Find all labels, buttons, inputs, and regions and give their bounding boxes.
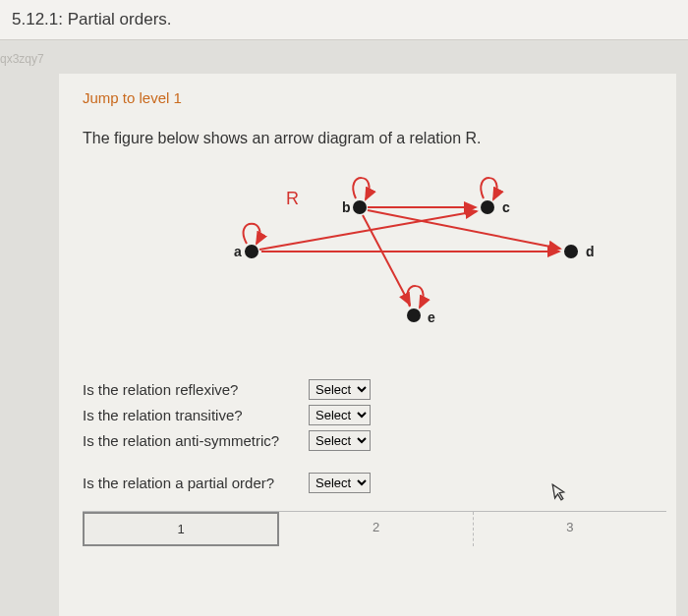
question-select-reflexive[interactable]: Select xyxy=(309,379,371,400)
node-e-label: e xyxy=(428,309,435,325)
progress-step-2[interactable]: 2 xyxy=(279,512,473,546)
progress-step-3[interactable]: 3 xyxy=(474,512,666,546)
figure-caption: The figure below shows an arrow diagram … xyxy=(83,130,666,147)
question-label: Is the relation anti-symmetric? xyxy=(83,432,309,449)
question-list: Is the relation reflexive? Select Is the… xyxy=(83,379,666,493)
self-loop-a xyxy=(244,224,260,244)
arrow-diagram: R a b c d e xyxy=(139,163,610,350)
progress-step-1[interactable]: 1 xyxy=(83,512,279,546)
node-c-label: c xyxy=(502,199,510,215)
edge-a-c xyxy=(259,211,477,250)
question-select-partialorder[interactable]: Select xyxy=(309,473,371,493)
node-a-label: a xyxy=(234,244,242,259)
node-e xyxy=(407,308,421,322)
self-loop-c xyxy=(481,178,496,199)
question-row: Is the relation anti-symmetric? Select xyxy=(83,430,666,451)
question-label: Is the relation reflexive? xyxy=(83,381,309,398)
question-row: Is the relation reflexive? Select xyxy=(83,379,666,400)
watermark: qx3zqy7 xyxy=(0,40,688,66)
question-row: Is the relation a partial order? Select xyxy=(83,473,666,493)
node-b xyxy=(353,200,367,214)
node-b-label: b xyxy=(342,199,351,215)
relation-label: R xyxy=(286,189,299,208)
progress-steps: 1 2 3 xyxy=(83,511,666,546)
question-label: Is the relation a partial order? xyxy=(83,475,309,491)
jump-to-level-link[interactable]: Jump to level 1 xyxy=(83,89,666,106)
edge-b-d xyxy=(368,210,560,249)
question-select-antisymmetric[interactable]: Select xyxy=(309,430,371,451)
question-row: Is the relation transitive? Select xyxy=(83,405,666,425)
self-loop-b xyxy=(353,178,369,199)
question-select-transitive[interactable]: Select xyxy=(309,405,371,425)
node-d xyxy=(564,245,578,258)
edge-b-e xyxy=(363,215,410,305)
section-title: 5.12.1: Partial orders. xyxy=(0,0,688,40)
question-label: Is the relation transitive? xyxy=(83,407,309,423)
node-d-label: d xyxy=(586,244,595,259)
node-c xyxy=(481,200,494,214)
exercise-panel: Jump to level 1 The figure below shows a… xyxy=(59,74,676,616)
node-a xyxy=(245,245,258,258)
